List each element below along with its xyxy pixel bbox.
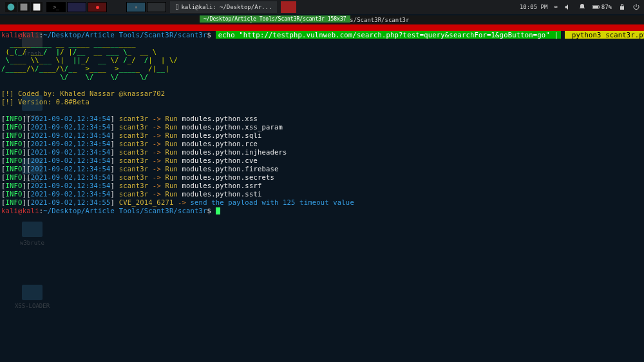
log-lines: [INFO][2021-09-02,12:34:54] scant3r -> R… (1, 115, 287, 198)
cve-arrow: -> (178, 198, 186, 206)
taskbar-window-icon: ⌷ (175, 4, 178, 10)
battery-icon (592, 3, 600, 11)
app-launcher-2[interactable] (18, 2, 30, 12)
terminal-tab[interactable]: ~/Desktop/Article Tools/Scant3R/scant3r … (200, 15, 350, 23)
prompt2-user: kali (1, 207, 18, 214)
power-icon[interactable] (632, 3, 640, 11)
battery-percent: 87% (601, 4, 612, 10)
launcher (5, 2, 43, 12)
bell-icon[interactable] (578, 3, 586, 11)
system-tray: 10:05 PM ⌨ 87% (520, 0, 640, 14)
prompt-sigil: $ (207, 31, 212, 39)
svg-rect-1 (21, 4, 28, 11)
credits-2: [!] Version: 0.8#Beta (1, 98, 90, 106)
files-icon[interactable] (67, 2, 86, 12)
taskbar: >_ ⌷ kali@kali: ~/Desktop/Ar... 10:05 PM… (0, 0, 644, 14)
cve-msg: send the payload with 125 timeout value (191, 198, 354, 206)
workspace-1[interactable] (126, 2, 146, 12)
cmd-echo: echo "http://testphp.vulnweb.com/search.… (216, 31, 561, 39)
ascii-art: __________ __ _____ __________ (_(_/ ___… (1, 39, 178, 81)
prompt-path: ~/Desktop/Article Tools/Scant3R/scant3r (43, 31, 207, 39)
svg-rect-5 (599, 6, 600, 8)
taskbar-window[interactable]: ⌷ kali@kali: ~/Desktop/Ar... (170, 1, 277, 13)
svg-rect-4 (592, 6, 598, 8)
svg-point-0 (8, 4, 15, 11)
battery: 87% (592, 3, 612, 11)
app-launcher-3[interactable] (31, 2, 43, 12)
prompt2-sigil: $ (207, 207, 212, 214)
taskbar-window-red[interactable] (281, 1, 296, 13)
prompt2-host: kali (23, 207, 39, 214)
cve-ts: 2021-09-02,12:34:55 (31, 198, 111, 206)
terminal-icon[interactable]: >_ (46, 2, 66, 12)
volume-icon[interactable] (564, 3, 572, 11)
keyboard-icon[interactable]: ⌨ (554, 4, 557, 10)
taskbar-window-label: kali@kali: ~/Desktop/Ar... (181, 4, 272, 10)
cve-mod: CVE_2014_6271 (119, 198, 174, 206)
prompt-user: kali (1, 31, 18, 39)
info-label: INFO (6, 198, 23, 206)
workspace-switcher (126, 2, 166, 12)
cursor (216, 207, 220, 214)
lock-icon[interactable] (618, 3, 626, 11)
terminal-body[interactable]: kali@kali:~/Desktop/Article Tools/Scant3… (0, 31, 644, 215)
app-launcher-1[interactable] (5, 2, 17, 12)
svg-rect-2 (33, 4, 41, 11)
terminal-tab-bar: ~/Desktop/Article Tools/Scant3R/scant3r … (0, 24, 644, 31)
credits-1: [!] Coded by: Khaled Nassar @knassar702 (1, 90, 165, 97)
workspaces: >_ (46, 2, 107, 12)
workspace-2[interactable] (147, 2, 166, 12)
clock: 10:05 PM (520, 4, 547, 10)
record-icon[interactable] (88, 2, 107, 12)
prompt2-path: ~/Desktop/Article Tools/Scant3R/scant3r (43, 207, 207, 214)
cmd-rest: python3 scant3r.py (565, 31, 644, 39)
prompt-host: kali (23, 31, 39, 39)
terminal-window: kali@kali: ~/Desktop/Article Tools/Scant… (0, 15, 644, 362)
